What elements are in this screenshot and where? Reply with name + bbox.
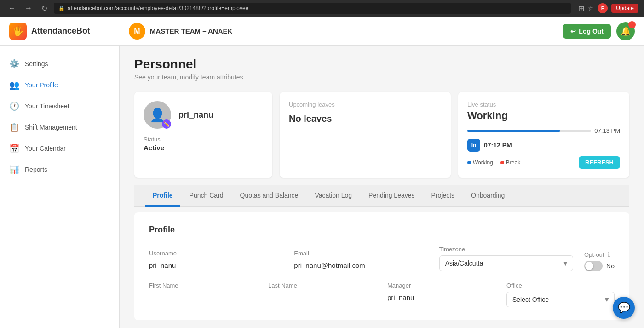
legend-break: Break xyxy=(500,159,520,166)
star-icon: ☆ xyxy=(588,5,594,12)
info-icon[interactable]: ℹ xyxy=(608,251,610,258)
office-select-wrap: Select Office ▼ xyxy=(506,292,615,307)
last-name-value xyxy=(268,292,376,303)
url-bar[interactable]: 🔒 attendancebot.com/accounts/employee-de… xyxy=(54,3,571,14)
reports-icon: 📊 xyxy=(9,164,19,175)
timezone-select-wrap: Asia/Calcutta UTC America/New_York Europ… xyxy=(439,255,573,271)
tab-quotas-balance[interactable]: Quotas and Balance xyxy=(233,185,306,207)
working-label: Working xyxy=(473,159,493,166)
sidebar-label-shift: Shift Management xyxy=(25,124,77,131)
live-status-card: Live status Working 07:13 PM In 07:12 PM… xyxy=(458,92,629,178)
logo-icon: 🖐️ xyxy=(9,23,27,40)
status-section: Status Active xyxy=(144,136,263,152)
tab-projects[interactable]: Projects xyxy=(424,185,462,207)
form-group-email: Email pri_nanu@hotmail.com xyxy=(294,250,428,271)
form-row-1: Username pri_nanu Email pri_nanu@hotmail… xyxy=(149,246,615,271)
no-leaves-text: No leaves xyxy=(289,113,442,124)
office-select[interactable]: Select Office xyxy=(506,292,615,307)
form-group-office: Office Select Office ▼ xyxy=(506,282,615,307)
last-name-label: Last Name xyxy=(268,282,376,289)
punch-in-icon: In xyxy=(467,139,480,152)
form-group-username: Username pri_nanu xyxy=(149,250,283,271)
sidebar: ⚙️ Settings 👥 Your Profile 🕐 Your Timesh… xyxy=(0,46,120,328)
avatar: 👤 ✏️ xyxy=(144,101,171,129)
username-value: pri_nanu xyxy=(149,260,283,271)
username-label: Username xyxy=(149,250,283,257)
timezone-label: Timezone xyxy=(439,246,573,253)
app-header: 🖐️ AttendanceBot M MASTER TEAM – ANAEK ↩… xyxy=(0,17,644,46)
back-button[interactable]: ← xyxy=(6,3,18,13)
tab-pending-leaves[interactable]: Pending Leaves xyxy=(361,185,422,207)
progress-row: 07:13 PM xyxy=(467,127,620,134)
grid-icon: ⊞ xyxy=(578,4,584,13)
live-status-value: Working xyxy=(467,110,620,122)
header-actions: ↩ Log Out 🔔 1 xyxy=(563,22,635,40)
browser-actions: ⊞ ☆ P Update xyxy=(578,3,638,13)
page-subtitle: See your team, modify team attributes xyxy=(134,74,629,81)
url-text: attendancebot.com/accounts/employee-deta… xyxy=(68,5,248,11)
upcoming-leaves-label: Upcoming leaves xyxy=(289,101,442,108)
toggle-knob xyxy=(585,262,593,270)
shift-icon: 📋 xyxy=(9,122,19,132)
settings-icon: ⚙️ xyxy=(9,59,19,69)
timezone-select[interactable]: Asia/Calcutta UTC America/New_York Europ… xyxy=(439,255,573,271)
toggle-wrap: No xyxy=(584,261,615,271)
form-row-2: First Name Last Name Manager pri_nanu Of… xyxy=(149,282,615,307)
tab-profile[interactable]: Profile xyxy=(145,185,180,207)
tabs-bar: Profile Punch Card Quotas and Balance Va… xyxy=(134,185,629,207)
notification-button[interactable]: 🔔 1 xyxy=(616,22,635,40)
browser-chrome: ← → ↻ 🔒 attendancebot.com/accounts/emplo… xyxy=(0,0,644,17)
logout-button[interactable]: ↩ Log Out xyxy=(563,24,611,39)
sidebar-label-settings: Settings xyxy=(25,60,48,68)
opt-out-toggle[interactable] xyxy=(584,261,603,271)
tab-vacation-log[interactable]: Vacation Log xyxy=(307,185,359,207)
form-group-first-name: First Name xyxy=(149,282,257,307)
top-cards: 👤 ✏️ pri_nanu Status Active Upcoming lea… xyxy=(134,92,629,178)
logo-text: AttendanceBot xyxy=(31,26,90,36)
profile-avatar-row: 👤 ✏️ pri_nanu xyxy=(144,101,263,129)
sidebar-item-your-profile[interactable]: 👥 Your Profile xyxy=(0,74,119,96)
sidebar-item-your-timesheet[interactable]: 🕐 Your Timesheet xyxy=(0,96,119,117)
update-button[interactable]: Update xyxy=(611,4,638,13)
your-profile-icon: 👥 xyxy=(9,80,19,90)
manager-value: pri_nanu xyxy=(387,292,495,303)
punch-time: 07:12 PM xyxy=(484,141,512,149)
working-dot xyxy=(467,161,471,164)
sidebar-item-your-calendar[interactable]: 📅 Your Calendar xyxy=(0,138,119,159)
refresh-button[interactable]: REFRESH xyxy=(579,156,620,169)
team-name: MASTER TEAM – ANAEK xyxy=(150,27,232,35)
manager-label: Manager xyxy=(387,282,495,289)
main-content: Personnel See your team, modify team att… xyxy=(120,46,644,328)
chat-button[interactable]: 💬 xyxy=(613,297,635,319)
punch-row: In 07:12 PM xyxy=(467,139,620,152)
tab-onboarding[interactable]: Onboarding xyxy=(464,185,512,207)
tab-punch-card[interactable]: Punch Card xyxy=(182,185,231,207)
app-body: ⚙️ Settings 👥 Your Profile 🕐 Your Timesh… xyxy=(0,46,644,328)
first-name-value xyxy=(149,292,257,303)
forward-button[interactable]: → xyxy=(22,3,35,13)
legend-working: Working xyxy=(467,159,493,166)
sidebar-item-settings[interactable]: ⚙️ Settings xyxy=(0,53,119,74)
sidebar-item-shift-management[interactable]: 📋 Shift Management xyxy=(0,117,119,138)
notification-badge: 1 xyxy=(628,21,636,28)
legend-row: Working Break REFRESH xyxy=(467,156,620,169)
profile-username: pri_nanu xyxy=(178,110,213,120)
status-label: Status xyxy=(144,136,263,143)
opt-out-row: Opt-out ℹ xyxy=(584,251,615,258)
team-area: M MASTER TEAM – ANAEK xyxy=(129,23,563,40)
edit-avatar-button[interactable]: ✏️ xyxy=(162,119,171,129)
form-group-last-name: Last Name xyxy=(268,282,376,307)
live-status-label: Live status xyxy=(467,101,620,108)
browser-profile[interactable]: P xyxy=(598,3,608,13)
profile-summary-card: 👤 ✏️ pri_nanu Status Active xyxy=(134,92,272,178)
sidebar-label-calendar: Your Calendar xyxy=(25,145,66,152)
progress-time: 07:13 PM xyxy=(594,127,620,134)
sidebar-label-timesheet: Your Timesheet xyxy=(25,102,69,110)
sidebar-item-reports[interactable]: 📊 Reports xyxy=(0,159,119,180)
form-section-title: Profile xyxy=(149,225,615,235)
logo-emoji: 🖐️ xyxy=(12,26,24,37)
refresh-button[interactable]: ↻ xyxy=(39,3,50,14)
chat-icon: 💬 xyxy=(618,302,630,314)
logout-icon: ↩ xyxy=(570,28,576,35)
page-title: Personnel xyxy=(134,57,629,72)
